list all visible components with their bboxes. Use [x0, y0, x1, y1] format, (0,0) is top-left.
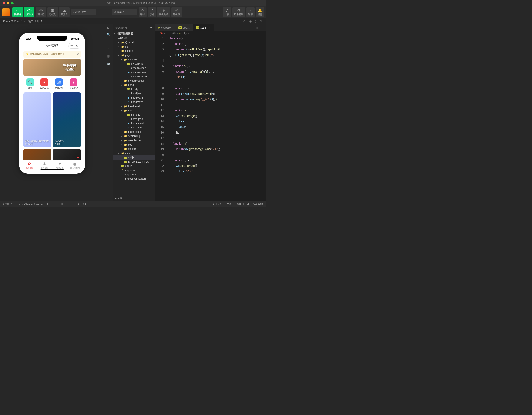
- split-icon[interactable]: ▥: [256, 26, 258, 29]
- tree-item[interactable]: ▸📁dynamicdetail: [113, 79, 155, 83]
- tree-item[interactable]: JSdynamic.js: [113, 62, 155, 66]
- bug-icon[interactable]: ⬡: [56, 203, 58, 205]
- tree-item[interactable]: #dynamic.wxss: [113, 74, 155, 79]
- eol[interactable]: LF: [247, 202, 250, 206]
- minimize-window[interactable]: [7, 2, 9, 4]
- tree-item[interactable]: #app.wxss: [113, 172, 155, 177]
- refresh-icon[interactable]: ⟳: [243, 20, 246, 23]
- device-select[interactable]: iPhone X 85% 16: [2, 20, 25, 23]
- details-button[interactable]: ≡详情: [247, 7, 255, 17]
- tree-item[interactable]: ▾📁pages: [113, 53, 155, 57]
- tree-item[interactable]: ▸📁@babel: [113, 40, 155, 45]
- tree-item[interactable]: ▸📁set: [113, 143, 155, 147]
- tree-item[interactable]: #home.wxss: [113, 126, 155, 130]
- wallpaper-card[interactable]: ▬: [53, 149, 81, 159]
- tree-item[interactable]: {}app.json: [113, 168, 155, 172]
- editor-tab[interactable]: {}head.json: [155, 24, 175, 31]
- tree-item[interactable]: ▸📁searchimg: [113, 134, 155, 138]
- tree-item[interactable]: ▸📁setdetail: [113, 147, 155, 151]
- maximize-window[interactable]: [11, 2, 14, 4]
- category-item[interactable]: ♦每日精选: [40, 79, 48, 90]
- git-icon[interactable]: ⑂: [108, 40, 110, 44]
- warnings[interactable]: ⚠ 0: [82, 203, 86, 205]
- code-editor[interactable]: 1234567891011121314151617181920212223 !f…: [155, 36, 266, 201]
- tree-item[interactable]: ◆head.wxml: [113, 96, 155, 100]
- editor-tab[interactable]: JSapp.js: [175, 24, 193, 31]
- capsule-menu[interactable]: •••: [68, 43, 74, 48]
- tree-item[interactable]: JShead.js: [113, 87, 155, 91]
- close-tab-icon[interactable]: ✕: [209, 26, 211, 29]
- tree-item[interactable]: ▾📁utils: [113, 151, 155, 155]
- errors[interactable]: ⊘ 0: [76, 203, 79, 205]
- forward-icon[interactable]: →: [167, 32, 169, 35]
- compile-select[interactable]: 普通编译: [112, 9, 137, 15]
- more-status-icon[interactable]: ⋯: [66, 203, 68, 205]
- more-icon[interactable]: ⋯: [150, 26, 152, 29]
- tree-item[interactable]: {}home.json: [113, 117, 155, 121]
- list-icon[interactable]: ≡: [158, 32, 159, 35]
- close-window[interactable]: [2, 2, 5, 4]
- messages-button[interactable]: 🔔消息: [256, 7, 264, 17]
- device-icon[interactable]: ▯: [255, 20, 256, 23]
- tree-item[interactable]: {}dynamic.json: [113, 66, 155, 70]
- editor-tab[interactable]: JSapi.js✕: [193, 24, 214, 31]
- user-avatar[interactable]: [2, 8, 10, 16]
- search-icon[interactable]: 🔍: [107, 33, 111, 37]
- version-button[interactable]: ⚙版本管理: [232, 7, 245, 17]
- simulator-button[interactable]: ▭模拟器: [12, 7, 23, 17]
- tree-item[interactable]: JSBmob-2.2.5.min.js: [113, 159, 155, 164]
- category-item[interactable]: 6060帧超清: [55, 79, 63, 90]
- tree-item[interactable]: JSapp.js: [113, 164, 155, 168]
- capsule-close[interactable]: ◎: [74, 43, 80, 48]
- eye-icon[interactable]: 👁: [61, 203, 63, 205]
- category-item[interactable]: ♥情侣壁纸: [69, 79, 78, 90]
- cursor-position[interactable]: 行 1，列 1: [213, 202, 224, 206]
- ext-icon[interactable]: ▦: [107, 54, 110, 58]
- more-tabs-icon[interactable]: ⋯: [261, 26, 264, 29]
- files-icon[interactable]: 🗂: [107, 26, 110, 30]
- record-icon[interactable]: ◉: [249, 20, 252, 23]
- tab-item[interactable]: ✿动态壁纸: [22, 160, 37, 171]
- preview-button[interactable]: 👁预览: [148, 7, 156, 17]
- wallpaper-card[interactable]: [23, 149, 51, 159]
- upload-button[interactable]: ⤴上传: [223, 7, 231, 17]
- indent[interactable]: 空格: 2: [227, 202, 234, 206]
- mode-select[interactable]: 小程序模式: [71, 9, 96, 15]
- screenshot-icon[interactable]: ⧉: [260, 20, 262, 23]
- clear-cache-button[interactable]: ≋清缓存: [171, 7, 182, 17]
- back-icon[interactable]: ←: [164, 32, 166, 35]
- language[interactable]: JavaScript: [253, 202, 264, 206]
- tree-item[interactable]: ▾📁dynamic: [113, 57, 155, 62]
- wallpaper-card[interactable]: 你的名字. ▶ 265万: [53, 92, 81, 147]
- compile-button[interactable]: ⟳编译: [139, 7, 147, 17]
- tree-item[interactable]: ▸📁dist: [113, 45, 155, 49]
- cloud-button[interactable]: ☁云开发: [59, 7, 70, 17]
- tab-item[interactable]: ◉朋友圈套图: [67, 160, 83, 171]
- tree-item[interactable]: {}head.json: [113, 91, 155, 96]
- visual-button[interactable]: ▦可视化: [48, 7, 58, 17]
- hero-banner[interactable]: 狗头萝莉 动态壁纸: [23, 59, 81, 76]
- tree-item[interactable]: ▸📁searchvideo: [113, 138, 155, 143]
- tree-item[interactable]: ◆home.wxml: [113, 121, 155, 126]
- hotreload-select[interactable]: 热重载 开: [28, 20, 42, 23]
- debug-icon[interactable]: ▷: [107, 47, 110, 51]
- open-editors-section[interactable]: ▸打开的编辑器: [113, 31, 155, 36]
- encoding[interactable]: UTF-8: [237, 202, 244, 206]
- copy-icon[interactable]: ⧉: [47, 203, 48, 205]
- tree-item[interactable]: ▸📁paperdetail: [113, 130, 155, 134]
- category-item[interactable]: 🔍搜索: [26, 79, 34, 90]
- editor-button[interactable]: </>编辑器: [24, 7, 35, 17]
- tree-item[interactable]: ▸📁images: [113, 49, 155, 53]
- close-tip-icon[interactable]: ✕: [77, 53, 79, 56]
- wallpaper-card[interactable]: 啊这，猫猫太可爱了叭喵… ▶ 81.4万: [23, 92, 51, 147]
- debugger-button[interactable]: ⁂调试器: [36, 7, 46, 17]
- tree-item[interactable]: {}project.config.json: [113, 177, 155, 181]
- tree-item[interactable]: ◆dynamic.wxml: [113, 70, 155, 74]
- tip-banner[interactable]: 添加到我的小程序，随时更换壁纸 ↗ ✕: [23, 51, 81, 58]
- page-path[interactable]: pages/dynamic/dynamic: [19, 203, 44, 205]
- tree-item[interactable]: JSapi.js: [113, 155, 155, 159]
- remote-debug-button[interactable]: ⎋真机调试: [157, 7, 170, 17]
- tree-item[interactable]: #head.wxss: [113, 100, 155, 104]
- tree-item[interactable]: ▾📁home: [113, 109, 155, 113]
- bookmark-icon[interactable]: 🔖: [160, 32, 163, 35]
